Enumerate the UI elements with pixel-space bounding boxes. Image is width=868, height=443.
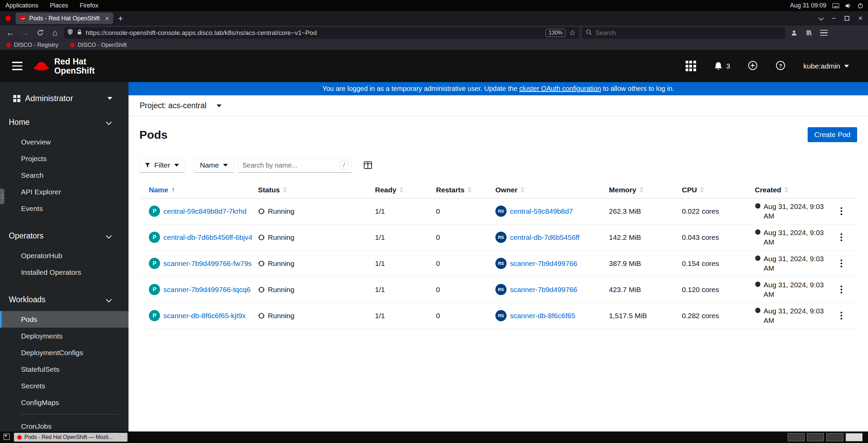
sidebar-item-overview[interactable]: Overview [0,134,129,150]
sidebar-item-pods[interactable]: Pods [0,311,129,328]
lock-icon[interactable] [77,29,82,37]
bookmark-disco-openshift[interactable]: DISCO - OpenShift [70,42,127,49]
nav-section-workloads[interactable]: Workloads [0,291,129,308]
menu-hamburger-icon[interactable] [818,27,830,39]
app-launcher-grid-icon[interactable] [686,61,696,71]
window-list-icon[interactable] [3,434,10,441]
column-header-status[interactable]: Status [258,182,375,198]
attribute-dropdown[interactable]: Name [194,158,234,173]
kebab-menu-icon[interactable] [836,286,846,293]
workspace-2[interactable] [807,433,824,441]
redhat-openshift-logo[interactable]: Red Hat OpenShift [33,57,95,75]
owner-link[interactable]: scanner-db-8f6c6f65 [510,312,575,320]
nav-section-home[interactable]: Home [0,113,129,131]
browser-search-input[interactable] [595,29,781,37]
project-selector[interactable]: Project: acs-central [140,101,206,110]
status-text: Running [268,207,294,215]
workspace-3[interactable] [826,433,843,441]
filter-dropdown[interactable]: Filter [139,158,185,173]
window-maximize-button[interactable] [845,16,849,21]
pod-link[interactable]: central-59c849b8d7-7krhd [163,207,246,215]
quick-create-plus-icon[interactable] [748,60,758,72]
url-bar[interactable]: 130% ☆ [64,27,579,39]
nav-section-operators[interactable]: Operators [0,227,129,245]
tracking-protection-shield-icon[interactable] [67,28,73,37]
table-row: Pcentral-59c849b8d7-7krhd Running 1/1 0 … [139,198,857,224]
window-minimize-button[interactable]: − [831,14,836,23]
sidebar-item-projects[interactable]: Projects [0,150,129,167]
owner-link[interactable]: central-59c849b8d7 [510,207,573,215]
column-header-created[interactable]: Created [755,182,836,198]
workspace-1[interactable] [788,433,805,441]
sidebar-item-deploymentconfigs[interactable]: DeploymentConfigs [0,344,129,361]
firefox-menu[interactable]: Firefox [80,2,98,9]
sidebar-handle[interactable] [0,189,4,204]
kebab-menu-icon[interactable] [836,233,846,241]
pod-badge: P [149,310,160,321]
create-pod-button[interactable]: Create Pod [808,127,857,142]
pod-link[interactable]: scanner-7b9d499766-fw79s [163,259,252,268]
window-close-button[interactable]: × [858,14,863,23]
url-input[interactable] [86,29,542,37]
sidebar-item-events[interactable]: Events [0,200,129,217]
search-by-name-input[interactable] [238,158,352,173]
kebab-menu-icon[interactable] [836,312,846,320]
forward-button[interactable]: → [19,27,31,39]
kebab-menu-icon[interactable] [836,207,846,215]
new-tab-button[interactable]: + [118,13,123,24]
taskbar-window-button[interactable]: Pods - Red Hat OpenShift — Mozil... [14,433,127,442]
sidebar-item-search[interactable]: Search [0,167,129,184]
sidebar-item-deployments[interactable]: Deployments [0,328,129,344]
back-button[interactable]: ← [4,27,16,39]
browser-tab-pods[interactable]: Pods - Red Hat OpenShift × [16,13,113,24]
column-header-owner[interactable]: Owner [495,182,609,198]
pod-link[interactable]: scanner-db-8f6c6f65-kjt9x [163,312,246,320]
owner-link[interactable]: scanner-7b9d499766 [510,259,577,268]
kebab-menu-icon[interactable] [836,259,846,267]
library-icon[interactable] [803,27,815,39]
account-icon[interactable] [788,27,800,39]
pod-badge: P [149,232,160,243]
help-icon[interactable]: ? [775,60,786,72]
column-header-name[interactable]: Name↑ [139,182,258,198]
nav-toggle-hamburger-icon[interactable] [12,62,22,70]
sidebar-item-configmaps[interactable]: ConfigMaps [0,394,129,411]
keyboard-icon[interactable] [832,3,839,8]
volume-icon[interactable] [845,3,851,8]
sidebar-item-api-explorer[interactable]: API Explorer [0,184,129,200]
tab-close-icon[interactable]: × [105,15,109,22]
applications-menu[interactable]: Applications [5,2,38,9]
user-menu[interactable]: kube:admin [803,62,849,70]
bookmark-star-icon[interactable]: ☆ [569,28,576,37]
pod-link[interactable]: scanner-7b9d499766-tqcq6 [163,286,251,294]
column-header-memory[interactable]: Memory [609,182,682,198]
sidebar-item-statefulsets[interactable]: StatefulSets [0,361,129,378]
browser-search-bar[interactable] [582,27,785,39]
sidebar-item-operatorhub[interactable]: OperatorHub [0,247,129,264]
home-button[interactable]: ⌂ [49,27,61,39]
column-header-ready[interactable]: Ready [375,182,436,198]
owner-link[interactable]: scanner-7b9d499766 [510,286,577,294]
reload-button[interactable] [34,27,46,39]
bookmark-disco-registry[interactable]: DISCO - Registry [6,42,58,49]
perspective-switcher[interactable]: Administrator [0,90,129,107]
list-all-tabs-icon[interactable] [818,15,824,21]
sidebar-item-cronjobs[interactable]: CronJobs [0,418,129,431]
sidebar-item-secrets[interactable]: Secrets [0,378,129,394]
column-header-cpu[interactable]: CPU [682,182,755,198]
sidebar-item-installed-operators[interactable]: Installed Operators [0,264,129,281]
oauth-configuration-link[interactable]: cluster OAuth configuration [519,85,601,92]
pod-link[interactable]: central-db-7d6b5456ff-6bjv4 [163,233,252,242]
zoom-level-indicator[interactable]: 130% [546,29,566,37]
owner-link[interactable]: central-db-7d6b5456ff [510,233,579,242]
power-icon[interactable] [857,3,863,8]
replicaset-badge: RS [495,284,507,295]
column-header-restarts[interactable]: Restarts [436,182,495,198]
workspace-4[interactable] [846,433,863,441]
system-clock[interactable]: Aug 31 09:09 [790,2,826,9]
notification-drawer-button[interactable]: 3 [714,61,730,71]
chevron-down-icon[interactable] [217,104,221,107]
manage-columns-button[interactable] [364,161,372,169]
console-sidebar: Administrator Home Overview Projects Sea… [0,82,129,431]
places-menu[interactable]: Places [50,2,68,9]
